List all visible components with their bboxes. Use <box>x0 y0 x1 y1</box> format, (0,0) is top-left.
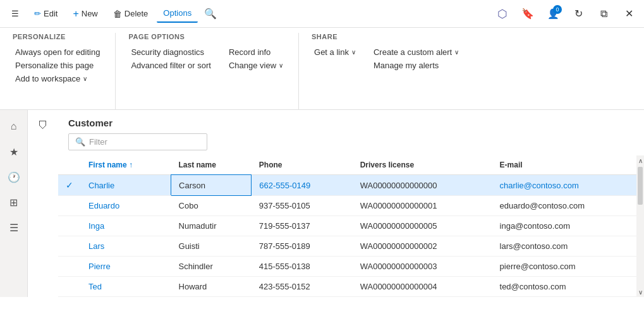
filter-search-icon: 🔍 <box>75 137 85 147</box>
table-row[interactable]: EduardoCobo937-555-0105WA00000000000001e… <box>58 196 644 216</box>
row-phone[interactable]: 415-555-0138 <box>252 257 353 277</box>
col-phone[interactable]: Phone <box>252 155 353 175</box>
row-email[interactable]: lars@contoso.com <box>492 236 644 257</box>
filter-input-box[interactable]: 🔍 Filter <box>68 133 207 150</box>
refresh-button[interactable]: ↻ <box>568 4 588 24</box>
table-container: First name ↑ Last name Phone Drivers lic… <box>58 155 644 297</box>
table-row[interactable]: LarsGuisti787-555-0189WA00000000000002la… <box>58 236 644 257</box>
manage-alerts-item[interactable]: Manage my alerts <box>371 59 461 72</box>
scrollbar[interactable]: ∧ ∨ <box>636 155 644 297</box>
share-section: SHARE Get a link ∨ Create a custom alert… <box>299 33 474 109</box>
row-email[interactable]: inga@contoso.com <box>492 216 644 236</box>
col-drivers-license[interactable]: Drivers license <box>353 155 492 175</box>
sidebar-list[interactable]: ☰ <box>3 216 25 239</box>
record-info-item[interactable]: Record info <box>226 45 286 59</box>
power-icon-button[interactable]: ⬡ <box>492 4 513 24</box>
delete-icon: 🗑 <box>113 9 122 19</box>
advanced-filter-label: Advanced filter or sort <box>131 61 210 70</box>
panel-title: Customer <box>58 110 644 133</box>
col-first-name[interactable]: First name ↑ <box>81 155 171 175</box>
row-phone[interactable]: 719-555-0137 <box>252 216 353 236</box>
record-info-label: Record info <box>229 47 270 57</box>
row-drivers-license: WA00000000000003 <box>353 257 492 277</box>
custom-alert-chevron: ∨ <box>454 49 459 56</box>
row-email[interactable]: ted@contoso.com <box>492 277 644 297</box>
share-col2: Create a custom alert ∨ Manage my alerts <box>371 45 461 72</box>
sidebar-favorites[interactable]: ★ <box>3 140 25 163</box>
toolbar-right: ⬡ 🔖 👤 0 ↻ ⧉ ✕ <box>492 4 639 24</box>
row-email[interactable]: eduardo@contoso.com <box>492 196 644 216</box>
options-button[interactable]: Options <box>157 4 198 23</box>
col-last-name[interactable]: Last name <box>171 155 252 175</box>
share-title: SHARE <box>312 33 461 40</box>
manage-alerts-label: Manage my alerts <box>374 61 439 70</box>
new-button[interactable]: + New <box>66 4 104 23</box>
always-open-editing-item[interactable]: Always open for editing <box>13 45 102 59</box>
close-icon: ✕ <box>625 8 633 20</box>
sidebar-workspaces[interactable]: ⊞ <box>3 191 25 214</box>
row-drivers-license: WA00000000000000 <box>353 175 492 196</box>
add-workspace-item[interactable]: Add to workspace ∨ <box>13 72 102 85</box>
row-check <box>58 196 81 216</box>
add-workspace-label: Add to workspace <box>15 74 80 83</box>
dropdown-menu: PERSONALIZE Always open for editing Pers… <box>0 28 644 110</box>
sidebar-home[interactable]: ⌂ <box>3 115 25 138</box>
row-phone[interactable]: 937-555-0105 <box>252 196 353 216</box>
row-phone[interactable]: 787-555-0189 <box>252 236 353 257</box>
page-options-col1: Security diagnostics Advanced filter or … <box>128 45 213 72</box>
get-link-item[interactable]: Get a link ∨ <box>312 45 358 59</box>
row-check <box>58 257 81 277</box>
row-first-name[interactable]: Charlie <box>81 175 171 196</box>
row-first-name[interactable]: Eduardo <box>81 196 171 216</box>
customer-table: First name ↑ Last name Phone Drivers lic… <box>58 155 644 297</box>
notifications-button[interactable]: 👤 0 <box>543 4 563 24</box>
scroll-up-arrow[interactable]: ∧ <box>636 155 644 166</box>
row-email[interactable]: pierre@contoso.com <box>492 257 644 277</box>
table-row[interactable]: ✓CharlieCarson662-555-0149WA000000000000… <box>58 175 644 196</box>
filter-bar: 🔍 Filter <box>58 133 644 155</box>
row-first-name[interactable]: Inga <box>81 216 171 236</box>
row-drivers-license: WA00000000000002 <box>353 236 492 257</box>
delete-button[interactable]: 🗑 Delete <box>107 5 155 23</box>
row-check: ✓ <box>58 175 81 196</box>
popout-button[interactable]: ⧉ <box>593 4 614 24</box>
close-button[interactable]: ✕ <box>619 4 639 24</box>
row-first-name[interactable]: Lars <box>81 236 171 257</box>
edit-button[interactable]: ✏ Edit <box>28 5 64 22</box>
row-last-name: Numadutir <box>171 216 252 236</box>
options-label: Options <box>163 8 191 18</box>
sort-asc-icon: ↑ <box>129 160 133 169</box>
col-email[interactable]: E-mail <box>492 155 644 175</box>
menu-icon: ☰ <box>11 9 19 18</box>
row-phone[interactable]: 423-555-0152 <box>252 277 353 297</box>
row-first-name[interactable]: Ted <box>81 277 171 297</box>
personalize-section: PERSONALIZE Always open for editing Pers… <box>0 33 116 109</box>
search-icon: 🔍 <box>204 8 217 20</box>
row-last-name: Cobo <box>171 196 252 216</box>
personalize-page-item[interactable]: Personalize this page <box>13 59 102 72</box>
custom-alert-item[interactable]: Create a custom alert ∨ <box>371 45 461 59</box>
scroll-down-arrow[interactable]: ∨ <box>636 287 644 297</box>
table-row[interactable]: PierreSchindler415-555-0138WA00000000000… <box>58 257 644 277</box>
table-row[interactable]: IngaNumadutir719-555-0137WA0000000000000… <box>58 216 644 236</box>
table-row[interactable]: TedHoward423-555-0152WA00000000000004ted… <box>58 277 644 297</box>
menu-button[interactable]: ☰ <box>5 5 25 22</box>
delete-label: Delete <box>125 9 149 18</box>
bookmark-button[interactable]: 🔖 <box>518 4 538 24</box>
sidebar-recent[interactable]: 🕐 <box>3 166 25 188</box>
security-diagnostics-item[interactable]: Security diagnostics <box>128 45 213 59</box>
row-first-name[interactable]: Pierre <box>81 257 171 277</box>
row-phone[interactable]: 662-555-0149 <box>252 175 353 196</box>
change-view-label: Change view <box>229 61 276 70</box>
search-button[interactable]: 🔍 <box>200 4 221 24</box>
change-view-item[interactable]: Change view ∨ <box>226 59 286 72</box>
scroll-thumb[interactable] <box>638 167 643 205</box>
filter-icon[interactable]: ⛉ <box>38 120 48 131</box>
toolbar: ☰ ✏ Edit + New 🗑 Delete Options 🔍 ⬡ 🔖 👤 … <box>0 0 644 28</box>
advanced-filter-item[interactable]: Advanced filter or sort <box>128 59 213 72</box>
popout-icon: ⧉ <box>600 8 607 20</box>
row-email[interactable]: charlie@contoso.com <box>492 175 644 196</box>
notification-badge: 0 <box>553 5 562 14</box>
page-options-col2: Record info Change view ∨ <box>226 45 286 72</box>
security-diagnostics-label: Security diagnostics <box>131 47 204 57</box>
